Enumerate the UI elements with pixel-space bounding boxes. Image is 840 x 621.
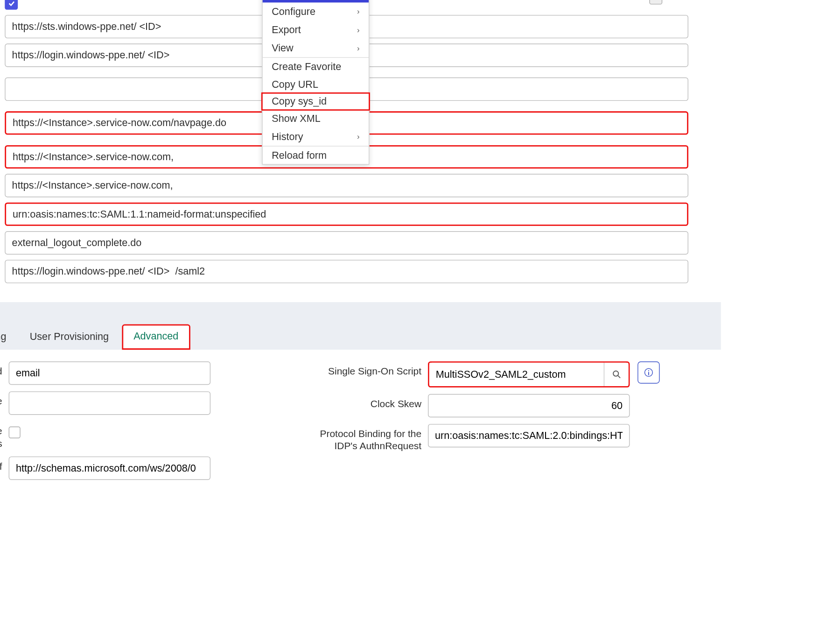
svg-point-6 — [613, 371, 618, 376]
context-menu: Save Insert Insert and Stay Configure› E… — [262, 0, 369, 165]
menu-export[interactable]: Export› — [263, 21, 369, 39]
chevron-right-icon: › — [357, 132, 360, 141]
menu-copy-sysid[interactable]: Copy sys_id — [261, 92, 370, 111]
user-field-label: User Field — [0, 361, 9, 378]
authn-ref-label: AuthnContextClassRef — [0, 456, 9, 473]
tab-advanced[interactable]: Advanced — [122, 325, 190, 350]
slo-label: Identity Provider's SingleLogoutRequest — [0, 78, 5, 106]
chevron-right-icon: › — [357, 25, 360, 35]
failed-redirect-label: Failed Requirement Redirect — [0, 260, 5, 288]
user-field-input[interactable] — [9, 361, 210, 385]
menu-reload[interactable]: Reload form — [263, 146, 369, 164]
sso-script-lookup-button[interactable] — [604, 363, 629, 386]
tab-user-provisioning[interactable]: User Provisioning — [19, 325, 119, 350]
menu-create-favorite[interactable]: Create Favorite — [263, 57, 369, 76]
protocol-binding-label: Protocol Binding for the IDP's AuthnRequ… — [311, 424, 428, 452]
menu-history[interactable]: History› — [263, 127, 369, 146]
auto-redirect-checkbox[interactable] — [649, 0, 662, 5]
sso-script-label: Single Sign-On Script — [311, 361, 428, 378]
svg-point-8 — [648, 370, 649, 371]
menu-configure[interactable]: Configure› — [263, 2, 369, 21]
nameid-attr-input[interactable] — [9, 392, 210, 415]
protocol-binding-input[interactable] — [428, 424, 630, 447]
nameid-policy-label: ✳NameID Policy — [0, 202, 5, 219]
menu-view[interactable]: View› — [263, 39, 369, 57]
create-authn-label: Create AuthnContextClass — [0, 422, 9, 450]
authn-ref-input[interactable] — [9, 456, 210, 480]
ext-logout-field[interactable] — [5, 231, 688, 254]
auto-redirect-label: Auto Redirect IdP — [376, 0, 649, 1]
ext-logout-label: External logout redirect — [0, 231, 5, 247]
failed-redirect-field[interactable] — [5, 260, 688, 283]
chevron-right-icon: › — [357, 43, 360, 53]
homepage-label: ✳ServiceNow Homepage — [0, 111, 5, 140]
authn-label: ✳Identity Provider's AuthnRequest — [0, 43, 5, 72]
chevron-right-icon: › — [357, 7, 360, 16]
tab-encryption[interactable]: Encryption And Signing — [0, 325, 17, 350]
audience-label: ✳Audience URI — [0, 174, 5, 190]
nameid-attr-label: NameID Attribute — [0, 392, 9, 408]
svg-rect-9 — [648, 372, 649, 375]
sso-script-info-button[interactable] — [637, 361, 659, 383]
clock-skew-label: Clock Skew — [311, 394, 428, 410]
audience-field[interactable] — [5, 174, 688, 197]
create-authn-checkbox[interactable] — [9, 427, 21, 438]
default-label: Default — [0, 0, 5, 9]
sso-script-input[interactable] — [429, 363, 604, 386]
clock-skew-input[interactable] — [428, 394, 630, 417]
entity-label: ✳Entity ID / Issuer — [0, 145, 5, 162]
default-checkbox[interactable] — [5, 0, 18, 10]
menu-copy-url[interactable]: Copy URL — [263, 76, 369, 94]
menu-show-xml[interactable]: Show XML — [263, 109, 369, 127]
nameid-policy-field[interactable] — [5, 202, 688, 226]
idp-url-label: ✳Identity Provider URL — [0, 15, 5, 31]
